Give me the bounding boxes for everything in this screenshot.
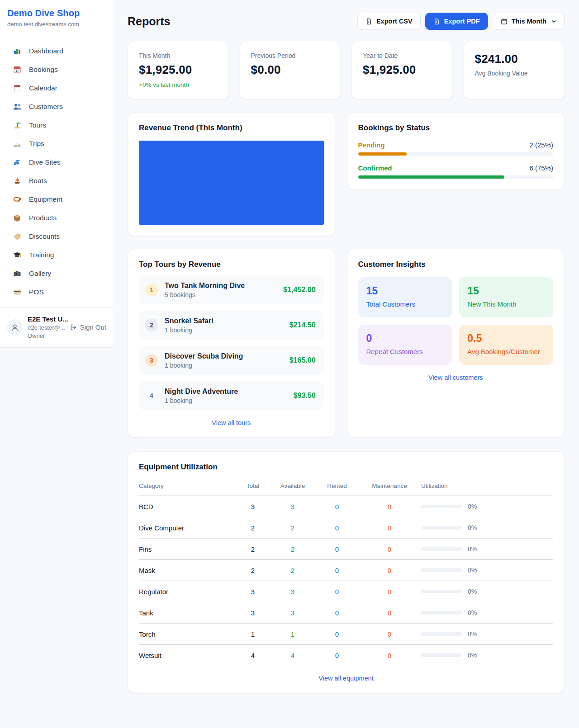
utilization-bar <box>421 590 462 593</box>
tour-bookings: 5 bookings <box>165 291 245 298</box>
sidebar-item-dive-sites[interactable]: Dive Sites <box>0 153 113 171</box>
customer-insights-card: Customer Insights 15 Total Customers 15 … <box>347 249 565 438</box>
sidebar-item-equipment[interactable]: Equipment <box>0 190 113 208</box>
credit-card-icon <box>13 288 22 297</box>
people-icon <box>13 102 22 111</box>
cell-category: BCD <box>139 496 237 517</box>
utilization-bar <box>421 611 462 615</box>
sidebar-item-label: Customers <box>29 103 63 111</box>
cell-available: 3 <box>269 496 316 517</box>
insights-row: Top Tours by Revenue 1 Two Tank Morning … <box>128 249 565 438</box>
cell-maintenance: 0 <box>358 496 421 517</box>
sidebar-item-gallery[interactable]: Gallery <box>0 264 113 283</box>
bookings-by-status-title: Bookings by Status <box>358 123 553 132</box>
cell-utilization: 0% <box>421 581 553 602</box>
brand: Demo Dive Shop demo.test.divestreams.com <box>0 0 113 34</box>
status-label: Confirmed <box>358 164 392 172</box>
sidebar-item-label: Gallery <box>29 269 51 278</box>
tour-bookings: 1 booking <box>165 397 238 404</box>
tour-row[interactable]: 4 Night Dive Adventure 1 booking $93.50 <box>139 381 324 410</box>
cell-available: 1 <box>269 624 316 645</box>
insight-total-customers: 15 Total Customers <box>358 277 452 317</box>
charts-row: Revenue Trend (This Month) Bookings by S… <box>128 112 565 236</box>
calendar-date-icon: 17 <box>13 65 22 74</box>
speedboat-icon <box>13 139 22 148</box>
tour-row[interactable]: 3 Discover Scuba Diving 1 booking $165.0… <box>139 346 324 375</box>
tour-row[interactable]: 2 Snorkel Safari 1 booking $214.50 <box>139 311 324 340</box>
column-header-total: Total <box>237 478 269 496</box>
insight-new-this-month: 15 New This Month <box>459 277 553 317</box>
sidebar-item-dashboard[interactable]: Dashboard <box>0 42 113 60</box>
stat-card-avg-booking-value: $241.00 Avg Booking Value <box>464 41 565 99</box>
file-download-icon <box>365 18 372 25</box>
utilization-bar <box>421 526 462 529</box>
sidebar-item-products[interactable]: Products <box>0 208 113 227</box>
utilization-percent: 0% <box>468 630 477 638</box>
utilization-percent: 0% <box>468 609 477 616</box>
tour-name: Night Dive Adventure <box>165 388 238 396</box>
sidebar-item-pos[interactable]: POS <box>0 283 113 301</box>
export-pdf-button[interactable]: Export PDF <box>425 13 488 30</box>
sidebar-nav: Dashboard 17 Bookings Calendar Customers… <box>0 34 113 307</box>
equipment-title: Equipment Utilization <box>139 463 553 472</box>
tour-name: Snorkel Safari <box>165 317 214 325</box>
sidebar-item-label: Products <box>29 214 57 222</box>
tour-name: Discover Scuba Diving <box>165 352 243 360</box>
stat-delta: +0% vs last month <box>139 81 218 88</box>
export-csv-button[interactable]: Export CSV <box>357 13 421 30</box>
stat-label: Avg Booking Value <box>475 70 554 77</box>
view-all-equipment-link[interactable]: View all equipment <box>139 675 553 682</box>
sidebar-item-trips[interactable]: Trips <box>0 134 113 153</box>
sailboat-icon <box>13 176 22 185</box>
cell-rented: 0 <box>316 560 358 581</box>
insight-grid: 15 Total Customers 15 New This Month 0 R… <box>358 277 553 365</box>
sidebar-item-customers[interactable]: Customers <box>0 97 113 116</box>
view-all-tours-link[interactable]: View all tours <box>139 419 324 426</box>
tour-row[interactable]: 1 Two Tank Morning Dive 5 bookings $1,45… <box>139 275 324 304</box>
sidebar-item-boats[interactable]: Boats <box>0 171 113 190</box>
insight-value: 15 <box>366 285 444 297</box>
sign-out-button[interactable]: Sign Out <box>70 323 106 331</box>
table-row: Dive Computer 2 2 0 0 0% <box>139 517 553 539</box>
stat-value: $241.00 <box>475 52 554 66</box>
tour-revenue: $214.50 <box>290 321 316 329</box>
sidebar-item-calendar[interactable]: Calendar <box>0 79 113 97</box>
island-icon <box>13 121 22 130</box>
table-row: Fins 2 2 0 0 0% <box>139 539 553 560</box>
export-csv-label: Export CSV <box>376 18 413 25</box>
view-all-customers-link[interactable]: View all customers <box>358 374 553 381</box>
period-dropdown[interactable]: This Month <box>493 13 565 30</box>
page-title: Reports <box>128 15 170 28</box>
table-row: Regulator 3 3 0 0 0% <box>139 581 553 602</box>
cell-total: 3 <box>237 602 269 624</box>
insight-value: 0 <box>366 332 444 345</box>
column-header-available: Available <box>269 478 316 496</box>
sidebar-item-bookings[interactable]: 17 Bookings <box>0 60 113 79</box>
rank-badge: 2 <box>145 319 158 331</box>
cell-available: 2 <box>269 539 316 560</box>
cell-utilization: 0% <box>421 496 553 517</box>
top-tours-title: Top Tours by Revenue <box>139 260 324 269</box>
utilization-percent: 0% <box>468 588 477 595</box>
utilization-bar <box>421 653 462 657</box>
sidebar-item-training[interactable]: Training <box>0 246 113 264</box>
cell-category: Tank <box>139 602 237 624</box>
sidebar-item-tours[interactable]: Tours <box>0 116 113 134</box>
cell-total: 3 <box>237 581 269 602</box>
tour-revenue: $165.00 <box>290 356 316 364</box>
file-download-icon <box>433 18 440 25</box>
tour-revenue: $1,452.00 <box>283 286 315 294</box>
tear-calendar-icon <box>13 84 22 93</box>
revenue-trend-chart <box>139 141 324 225</box>
stat-card-year-to-date: Year to Date $1,925.00 <box>351 41 453 99</box>
column-header-utilization: Utilization <box>421 478 553 496</box>
utilization-percent: 0% <box>468 545 477 553</box>
cell-total: 2 <box>237 560 269 581</box>
cell-category: Fins <box>139 539 237 560</box>
camera-icon <box>13 269 22 278</box>
sidebar-item-discounts[interactable]: Discounts <box>0 227 113 246</box>
tour-revenue: $93.50 <box>294 392 316 400</box>
stat-label: This Month <box>139 52 218 59</box>
sign-out-icon <box>70 324 77 331</box>
sidebar: Demo Dive Shop demo.test.divestreams.com… <box>0 0 113 348</box>
